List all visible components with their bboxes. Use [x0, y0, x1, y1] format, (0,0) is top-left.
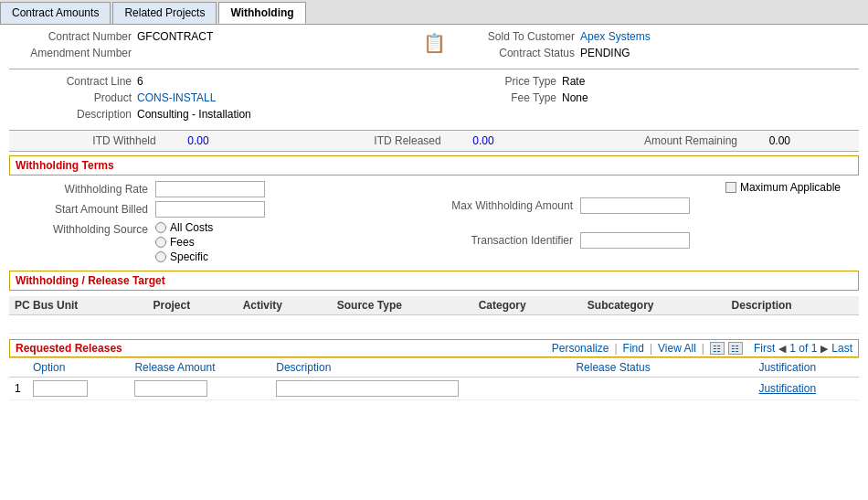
contract-status-label: Contract Status [452, 47, 580, 59]
grid-icon-2[interactable]: ☷ [728, 342, 743, 355]
max-applicable-checkbox-icon [725, 182, 736, 193]
col-option: Option [27, 358, 129, 378]
price-type-label: Price Type [434, 75, 562, 88]
description-value: Consulting - Installation [137, 108, 251, 121]
source-label: Withholding Source [9, 221, 155, 236]
row-justification[interactable]: Justification [753, 378, 859, 400]
radio-specific[interactable]: Specific [155, 250, 213, 263]
radio-all-costs-icon [155, 222, 166, 233]
fee-type-value: None [562, 91, 588, 104]
amendment-number-label: Amendment Number [9, 47, 137, 59]
product-label: Product [9, 91, 137, 104]
price-type-value: Rate [562, 75, 585, 88]
row-description [270, 378, 570, 400]
col-description: Description [270, 358, 570, 378]
target-col-category: Category [473, 296, 582, 315]
target-empty-row [9, 315, 859, 334]
target-table: PC Bus Unit Project Activity Source Type… [9, 296, 859, 334]
col-num [9, 358, 27, 378]
sold-to-customer-value[interactable]: Apex Systems [580, 30, 651, 43]
terms-right-col: Maximum Applicable Max Withholding Amoun… [434, 181, 859, 267]
radio-fees-icon [155, 237, 166, 248]
option-input[interactable] [33, 380, 88, 397]
itd-released-value: 0.00 [449, 134, 494, 147]
withholding-terms-grid: Withholding Rate Start Amount Billed Wit… [9, 181, 859, 267]
contract-header: Contract Number GFCONTRACT Amendment Num… [9, 30, 859, 63]
tab-contract-amounts[interactable]: Contract Amounts [0, 2, 111, 24]
transaction-input[interactable] [580, 232, 690, 249]
row-release-status [570, 378, 753, 400]
table-row: 1 Justification [9, 378, 859, 400]
releases-nav: Personalize | Find | View All | ☷ ☷ Firs… [552, 342, 852, 355]
description-label: Description [9, 108, 137, 121]
col-release-amount: Release Amount [129, 358, 270, 378]
start-amount-label: Start Amount Billed [9, 203, 155, 216]
target-col-pcbusunit: PC Bus Unit [9, 296, 148, 315]
releases-table: Option Release Amount Description Releas… [9, 357, 859, 400]
personalize-link[interactable]: Personalize [552, 342, 609, 355]
main-content: Contract Number GFCONTRACT Amendment Num… [0, 25, 868, 406]
tab-bar: Contract Amounts Related Projects Withho… [0, 0, 868, 25]
target-header: Withholding / Release Target [9, 271, 859, 291]
withholding-terms-header: Withholding Terms [9, 155, 859, 176]
tab-withholding[interactable]: Withholding [218, 2, 305, 24]
itd-withheld-item: ITD Withheld 0.00 [9, 134, 292, 147]
itd-released-label: ITD Released [374, 134, 440, 147]
radio-fees[interactable]: Fees [155, 236, 213, 249]
max-applicable-checkbox[interactable]: Maximum Applicable [725, 181, 841, 194]
contract-number-label: Contract Number [9, 30, 137, 43]
row-option [27, 378, 129, 400]
max-withholding-input[interactable] [580, 197, 690, 214]
rate-label: Withholding Rate [9, 183, 155, 196]
target-col-activity: Activity [238, 296, 332, 315]
sold-to-customer-label: Sold To Customer [452, 30, 580, 43]
contract-status-value: PENDING [580, 47, 630, 59]
rate-input[interactable] [155, 181, 265, 197]
contract-line-label: Contract Line [9, 75, 137, 88]
grid-icon-1[interactable]: ☷ [710, 342, 725, 355]
copy-icon[interactable]: 📋 [423, 33, 446, 53]
col-justification: Justification [753, 358, 859, 378]
max-withholding-label: Max Withholding Amount [434, 199, 580, 212]
radio-fees-label: Fees [170, 236, 195, 249]
tab-related-projects[interactable]: Related Projects [112, 2, 217, 24]
source-radio-group: All Costs Fees Specific [155, 221, 213, 263]
last-label[interactable]: Last [831, 342, 852, 355]
find-link[interactable]: Find [623, 342, 644, 355]
contract-line-value: 6 [137, 75, 143, 88]
contract-number-value: GFCONTRACT [137, 30, 213, 43]
radio-specific-label: Specific [170, 250, 208, 263]
amount-remaining-item: Amount Remaining 0.00 [576, 134, 859, 147]
prev-icon[interactable]: ◀ [778, 343, 786, 355]
divider-1 [9, 69, 859, 69]
target-col-subcategory: Subcategory [582, 296, 726, 315]
first-label[interactable]: First [754, 342, 775, 355]
radio-all-costs[interactable]: All Costs [155, 221, 213, 234]
radio-specific-icon [155, 251, 166, 262]
col-release-status: Release Status [570, 358, 753, 378]
target-col-sourcetype: Source Type [332, 296, 473, 315]
amount-remaining-value: 0.00 [745, 134, 790, 147]
itd-released-item: ITD Released 0.00 [292, 134, 576, 147]
releases-title: Requested Releases [16, 342, 122, 355]
release-amount-input[interactable] [134, 380, 207, 397]
contract-line-section: Contract Line 6 Product CONS-INSTALL Des… [9, 75, 859, 124]
amount-remaining-label: Amount Remaining [644, 134, 737, 147]
next-icon[interactable]: ▶ [820, 343, 828, 355]
product-value: CONS-INSTALL [137, 91, 216, 104]
releases-header: Requested Releases Personalize | Find | … [9, 339, 859, 357]
row-release-amount [129, 378, 270, 400]
page-info: 1 of 1 [789, 342, 817, 355]
target-col-project: Project [148, 296, 238, 315]
max-applicable-label: Maximum Applicable [740, 181, 841, 194]
row-num: 1 [9, 378, 27, 400]
start-amount-input[interactable] [155, 201, 265, 218]
withheld-row: ITD Withheld 0.00 ITD Released 0.00 Amou… [9, 130, 859, 152]
terms-left-col: Withholding Rate Start Amount Billed Wit… [9, 181, 434, 267]
itd-withheld-value: 0.00 [164, 134, 209, 147]
row-desc-input[interactable] [276, 380, 459, 397]
radio-all-costs-label: All Costs [170, 221, 213, 234]
itd-withheld-label: ITD Withheld [92, 134, 155, 147]
fee-type-label: Fee Type [434, 91, 562, 104]
view-all-link[interactable]: View All [658, 342, 696, 355]
